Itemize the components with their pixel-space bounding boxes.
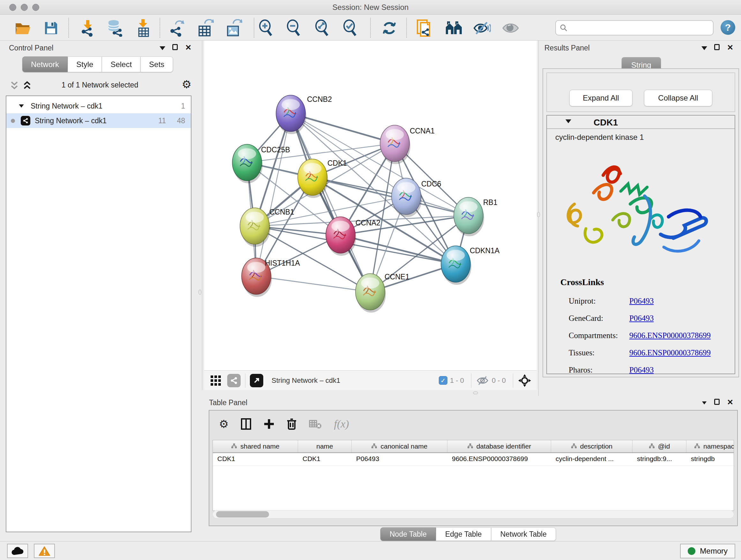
center-view-icon[interactable] <box>518 374 532 388</box>
network-node-CCNB2[interactable] <box>276 95 307 134</box>
toggle-visibility-icon[interactable] <box>500 18 521 38</box>
network-edge-CCNE1-HIST1H1A[interactable] <box>256 276 370 292</box>
save-session-icon[interactable] <box>41 18 61 38</box>
column-header-description[interactable]: description <box>551 440 632 452</box>
add-column-icon[interactable] <box>264 418 274 430</box>
panel-menu-icon[interactable] <box>701 46 707 50</box>
import-table-file-icon[interactable] <box>133 18 154 38</box>
show-columns-icon[interactable] <box>241 418 252 430</box>
table-cell[interactable]: CDK1 <box>298 453 352 465</box>
tab-style[interactable]: Style <box>68 57 102 72</box>
table-row[interactable]: CDK1CDK1P064939606.ENSP00000378699cyclin… <box>213 453 734 466</box>
column-header-namespac[interactable]: namespac <box>686 440 734 452</box>
tab-network-table[interactable]: Network Table <box>491 527 556 541</box>
zoom-selected-icon[interactable] <box>340 18 360 38</box>
table-cell[interactable]: CDK1 <box>213 453 298 465</box>
birds-eye-grid-icon[interactable] <box>210 375 223 386</box>
network-node-CDK1[interactable] <box>298 159 328 198</box>
selected-checkbox-icon[interactable]: ✓ <box>439 376 448 385</box>
zoom-in-icon[interactable] <box>256 18 276 38</box>
crosslink-link[interactable]: 9606.ENSP00000378699 <box>629 331 711 340</box>
import-network-file-icon[interactable] <box>77 18 98 38</box>
export-network-icon[interactable] <box>167 18 187 38</box>
first-neighbors-icon[interactable] <box>444 18 464 38</box>
tab-edge-table[interactable]: Edge Table <box>436 527 491 541</box>
search-input[interactable] <box>570 23 709 32</box>
close-panel-icon[interactable]: ✕ <box>727 43 733 52</box>
network-node-CDKN1A[interactable] <box>441 246 471 285</box>
column-header-database-identifier[interactable]: database identifier <box>448 440 551 452</box>
left-splitter[interactable] <box>202 41 202 390</box>
collapse-all-button[interactable]: Collapse All <box>644 90 712 106</box>
column-header-canonical-name[interactable]: canonical name <box>352 440 448 452</box>
float-panel-icon[interactable] <box>714 44 720 50</box>
table-cell[interactable]: stringdb <box>686 453 734 465</box>
help-button[interactable]: ? <box>721 20 735 35</box>
divider <box>513 374 513 388</box>
network-edge-CCNB2-CCNA1[interactable] <box>291 113 395 143</box>
open-session-icon[interactable] <box>13 18 33 38</box>
column-header--id[interactable]: @id <box>632 440 686 452</box>
scrollbar-thumb[interactable] <box>216 511 269 517</box>
cloud-status-button[interactable] <box>7 544 28 558</box>
show-hide-icon[interactable] <box>472 18 492 38</box>
tab-network[interactable]: Network <box>22 57 68 72</box>
network-node-CDC6[interactable] <box>392 178 422 217</box>
float-panel-icon[interactable] <box>714 399 720 405</box>
column-header-name[interactable]: name <box>298 440 352 452</box>
import-network-database-icon[interactable] <box>105 18 125 38</box>
export-image-icon[interactable] <box>223 18 244 38</box>
network-collection-row[interactable]: String Network – cdk1 1 <box>6 99 191 113</box>
close-panel-icon[interactable]: ✕ <box>185 43 192 52</box>
tab-node-table[interactable]: Node Table <box>381 527 436 541</box>
export-table-icon[interactable] <box>195 18 215 38</box>
table-cell[interactable]: cyclin-dependent ... <box>551 453 632 465</box>
crosslink-link[interactable]: P06493 <box>629 314 654 323</box>
panel-menu-icon[interactable] <box>159 46 165 50</box>
network-canvas[interactable]: CCNB2CCNA1CDC25BCDK1CDC6RB1CCNB1CCNA2CDK… <box>204 41 537 370</box>
table-horizontal-scrollbar[interactable] <box>212 510 734 518</box>
crosslink-link[interactable]: P06493 <box>629 366 654 374</box>
table-cell[interactable]: P06493 <box>352 453 448 465</box>
network-node-CCNB1[interactable] <box>240 208 270 247</box>
network-view[interactable]: CCNB2CCNA1CDC25BCDK1CDC6RB1CCNB1CCNA2CDK… <box>204 41 537 390</box>
network-node-CCNA2[interactable] <box>326 217 356 256</box>
panel-menu-icon[interactable] <box>702 401 706 405</box>
memory-button[interactable]: Memory <box>680 544 735 558</box>
collection-expand-icon[interactable] <box>19 105 23 108</box>
close-panel-icon[interactable]: ✕ <box>727 398 733 407</box>
zoom-out-icon[interactable] <box>283 18 304 38</box>
hidden-eye-icon[interactable] <box>476 375 489 386</box>
network-row[interactable]: String Network – cdk1 11 48 <box>6 113 191 128</box>
open-in-window-icon[interactable] <box>250 374 263 387</box>
new-network-from-selection-icon[interactable] <box>414 18 434 38</box>
table-cell[interactable]: stringdb:9... <box>632 453 686 465</box>
network-edge-CCNB2-CCNE1[interactable] <box>291 113 370 292</box>
network-node-CCNA1[interactable] <box>380 125 410 164</box>
expand-all-button[interactable]: Expand All <box>569 90 632 106</box>
table-cell[interactable]: 9606.ENSP00000378699 <box>448 453 551 465</box>
warnings-button[interactable] <box>34 544 55 558</box>
section-header[interactable]: CDK1 <box>547 116 735 129</box>
tab-sets[interactable]: Sets <box>140 57 173 72</box>
section-collapse-icon[interactable] <box>565 119 571 123</box>
float-panel-icon[interactable] <box>172 44 178 50</box>
right-splitter-handle[interactable] <box>537 212 540 217</box>
bottom-splitter-handle[interactable] <box>473 391 478 394</box>
zoom-fit-icon[interactable] <box>312 18 332 38</box>
right-splitter[interactable] <box>538 41 539 396</box>
network-node-RB1[interactable] <box>454 197 484 236</box>
left-splitter-handle[interactable] <box>199 290 201 295</box>
column-header-shared-name[interactable]: shared name <box>213 440 298 452</box>
crosslink-link[interactable]: 9606.ENSP00000378699 <box>629 348 711 357</box>
tab-select[interactable]: Select <box>102 57 140 72</box>
network-options-gear-icon[interactable]: ⚙ <box>182 79 192 90</box>
network-edge-CCNB2-HIST1H1A[interactable] <box>256 113 291 276</box>
table-options-gear-icon[interactable]: ⚙ <box>219 419 228 429</box>
crosslink-link[interactable]: P06493 <box>629 297 654 306</box>
apply-layout-icon[interactable] <box>379 18 400 38</box>
network-node-CCNE1[interactable] <box>355 273 386 313</box>
delete-column-icon[interactable] <box>286 418 297 430</box>
search-box[interactable] <box>555 20 714 36</box>
network-share-icon[interactable] <box>227 374 241 387</box>
